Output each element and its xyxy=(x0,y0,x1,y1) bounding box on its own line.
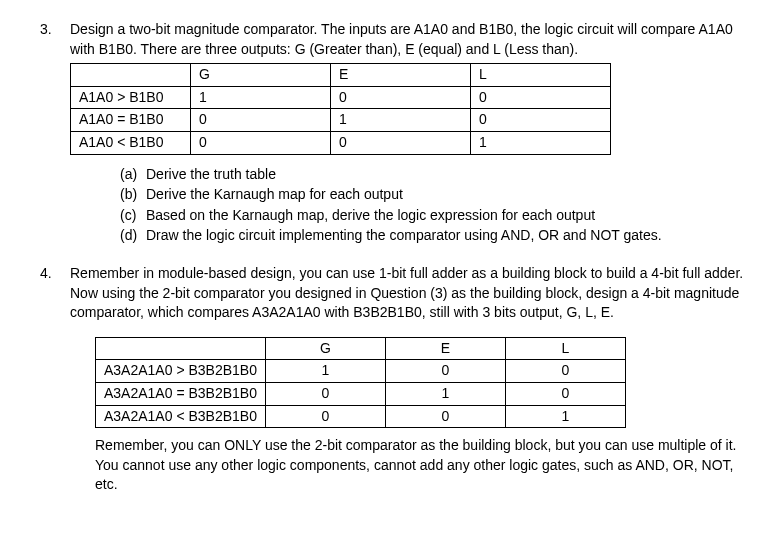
question-4: 4. Remember in module-based design, you … xyxy=(40,264,744,495)
q4-r0c2: 0 xyxy=(386,360,506,383)
table-row: A1A0 > B1B0 1 0 0 xyxy=(71,86,611,109)
q3-r2c3: 1 xyxy=(471,131,611,154)
q4-r2c1: 0 xyxy=(266,405,386,428)
table-row: A1A0 < B1B0 0 0 1 xyxy=(71,131,611,154)
q3-r2c2: 0 xyxy=(331,131,471,154)
q3-r0c2: 0 xyxy=(331,86,471,109)
q4-r0c0: A3A2A1A0 > B3B2B1B0 xyxy=(96,360,266,383)
q3-th-blank xyxy=(71,64,191,87)
sub-text: Derive the truth table xyxy=(146,165,744,185)
table-row: G E L xyxy=(96,337,626,360)
q3-th-e: E xyxy=(331,64,471,87)
q3-sub-d: (d) Draw the logic circuit implementing … xyxy=(120,226,744,246)
q3-table: G E L A1A0 > B1B0 1 0 0 A1A0 = B1B0 0 1 … xyxy=(70,63,611,154)
q3-r2c1: 0 xyxy=(191,131,331,154)
q4-r0c3: 0 xyxy=(506,360,626,383)
q3-sub-c: (c) Based on the Karnaugh map, derive th… xyxy=(120,206,744,226)
q3-r0c1: 1 xyxy=(191,86,331,109)
q4-r1c0: A3A2A1A0 = B3B2B1B0 xyxy=(96,382,266,405)
q3-r1c0: A1A0 = B1B0 xyxy=(71,109,191,132)
q3-r1c2: 1 xyxy=(331,109,471,132)
q3-number: 3. xyxy=(40,20,70,59)
q3-sub-a: (a) Derive the truth table xyxy=(120,165,744,185)
q4-r1c2: 1 xyxy=(386,382,506,405)
q4-header: 4. Remember in module-based design, you … xyxy=(40,264,744,323)
q4-r1c3: 0 xyxy=(506,382,626,405)
table-row: A3A2A1A0 < B3B2B1B0 0 0 1 xyxy=(96,405,626,428)
q3-sub-b: (b) Derive the Karnaugh map for each out… xyxy=(120,185,744,205)
q4-r2c0: A3A2A1A0 < B3B2B1B0 xyxy=(96,405,266,428)
sub-label: (b) xyxy=(120,185,146,205)
q4-note: Remember, you can ONLY use the 2-bit com… xyxy=(95,436,744,495)
sub-label: (a) xyxy=(120,165,146,185)
q4-r0c1: 1 xyxy=(266,360,386,383)
sub-label: (d) xyxy=(120,226,146,246)
q3-r2c0: A1A0 < B1B0 xyxy=(71,131,191,154)
q4-r1c1: 0 xyxy=(266,382,386,405)
sub-text: Draw the logic circuit implementing the … xyxy=(146,226,744,246)
q3-text: Design a two-bit magnitude comparator. T… xyxy=(70,20,744,59)
q3-r1c3: 0 xyxy=(471,109,611,132)
q4-text: Remember in module-based design, you can… xyxy=(70,264,744,323)
q4-th-l: L xyxy=(506,337,626,360)
q3-r0c0: A1A0 > B1B0 xyxy=(71,86,191,109)
q3-r1c1: 0 xyxy=(191,109,331,132)
sub-label: (c) xyxy=(120,206,146,226)
table-row: A3A2A1A0 > B3B2B1B0 1 0 0 xyxy=(96,360,626,383)
sub-text: Based on the Karnaugh map, derive the lo… xyxy=(146,206,744,226)
q3-r0c3: 0 xyxy=(471,86,611,109)
q4-th-blank xyxy=(96,337,266,360)
q3-th-l: L xyxy=(471,64,611,87)
q3-th-g: G xyxy=(191,64,331,87)
q4-r2c2: 0 xyxy=(386,405,506,428)
table-row: A1A0 = B1B0 0 1 0 xyxy=(71,109,611,132)
q4-table: G E L A3A2A1A0 > B3B2B1B0 1 0 0 A3A2A1A0… xyxy=(95,337,626,428)
q3-subparts: (a) Derive the truth table (b) Derive th… xyxy=(120,165,744,246)
q4-r2c3: 1 xyxy=(506,405,626,428)
table-row: G E L xyxy=(71,64,611,87)
q3-header: 3. Design a two-bit magnitude comparator… xyxy=(40,20,744,59)
q4-th-e: E xyxy=(386,337,506,360)
question-3: 3. Design a two-bit magnitude comparator… xyxy=(40,20,744,246)
table-row: A3A2A1A0 = B3B2B1B0 0 1 0 xyxy=(96,382,626,405)
sub-text: Derive the Karnaugh map for each output xyxy=(146,185,744,205)
q4-th-g: G xyxy=(266,337,386,360)
q4-number: 4. xyxy=(40,264,70,323)
